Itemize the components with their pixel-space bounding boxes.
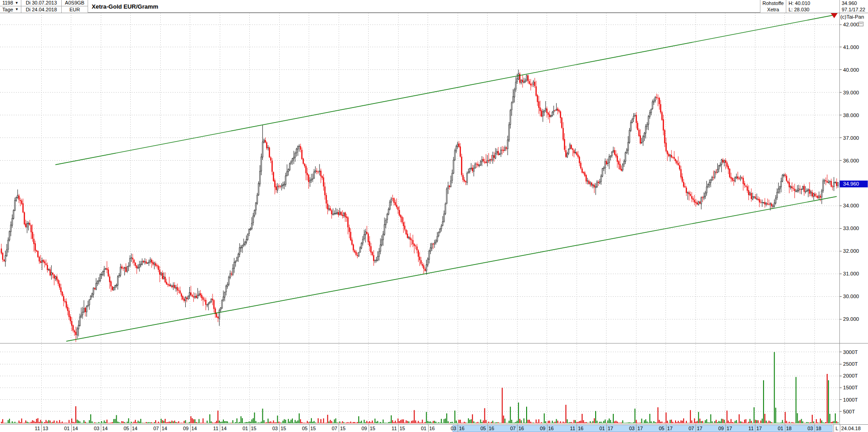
date-axis-label-month: 05 <box>659 426 666 431</box>
date-axis-label-year: 15 <box>369 426 375 431</box>
date-axis-label-year: 16 <box>428 426 435 431</box>
date-axis-strip: 1113011403140514071409141114011503150515… <box>0 424 868 432</box>
date-axis-label-month: 11 <box>213 426 220 431</box>
price-axis-label: 29.000 <box>843 316 859 322</box>
pane-borders <box>0 13 868 432</box>
date-axis-label-month: 01 <box>242 426 249 431</box>
volume-axis-label: 2000T <box>843 373 858 378</box>
price-axis-label: 38.000 <box>843 113 859 118</box>
volume-axis-label: 1500T <box>843 385 858 390</box>
date-axis-label-month: 09 <box>718 426 725 431</box>
date-axis-label-year: 14 <box>160 426 167 431</box>
date-axis-label-year: 17 <box>695 426 702 431</box>
date-axis-label-year: 14 <box>71 426 78 431</box>
date-axis-label-month: 11 <box>749 426 755 431</box>
volume-axis-label: 1000T <box>843 397 858 403</box>
date-axis-label-month: 09 <box>361 426 368 431</box>
date-axis-label-month: 05 <box>123 426 130 431</box>
date-axis-label-month: 01 <box>64 426 71 431</box>
date-axis-label-year: 16 <box>488 426 494 431</box>
date-axis-label-month: 03 <box>808 426 814 431</box>
date-axis-label-year: 15 <box>250 426 256 431</box>
trend-channel <box>55 13 838 341</box>
date-axis-label-year: 17 <box>755 426 762 431</box>
price-axis-label: 34.000 <box>843 203 859 208</box>
date-axis-label-year: 15 <box>279 426 286 431</box>
date-axis-label-month: 01 <box>421 426 428 431</box>
price-axis-label: 36.000 <box>843 158 859 163</box>
axis-end-date: 24.04.18 <box>841 426 861 431</box>
date-axis-label-year: 17 <box>636 426 643 431</box>
date-axis-label-month: 05 <box>302 426 309 431</box>
collapse-pane-icon[interactable] <box>859 22 863 26</box>
date-axis-label-year: 13 <box>41 426 48 431</box>
date-axis-label-year: 17 <box>725 426 732 431</box>
price-axis-labels: 42.00041.00040.00039.00038.00037.00036.0… <box>839 14 864 414</box>
date-axis-label-year: 16 <box>547 426 554 431</box>
date-axis-label-month: 11 <box>392 426 398 431</box>
date-axis-label-month: 01 <box>599 426 606 431</box>
date-axis-label-month: 01 <box>778 426 784 431</box>
price-axis-label: 37.000 <box>843 135 859 141</box>
date-axis-label-year: 16 <box>517 426 524 431</box>
date-axis-label-month: 03 <box>451 426 458 431</box>
date-axis-label-year: 14 <box>131 426 138 431</box>
price-volume-chart[interactable]: 42.00041.00040.00039.00038.00037.00036.0… <box>0 0 868 432</box>
volume-axis-label: 3000T <box>843 349 858 355</box>
date-axis-label-year: 17 <box>666 426 673 431</box>
date-axis-label-year: 17 <box>607 426 613 431</box>
date-axis-label-year: 16 <box>458 426 464 431</box>
price-axis-label: 31.000 <box>843 271 859 276</box>
last-price-badge: 34.960 <box>839 181 868 187</box>
date-axis-label-year: 16 <box>577 426 583 431</box>
date-axis-label-month: 07 <box>332 426 339 431</box>
price-axis-label: 30.000 <box>843 294 859 299</box>
price-axis-label: 40.000 <box>843 67 859 73</box>
price-axis-label: 32.000 <box>843 248 859 254</box>
date-axis-label-month: 11 <box>35 426 41 431</box>
date-axis-label-month: 11 <box>570 426 577 431</box>
date-axis-label-year: 15 <box>398 426 405 431</box>
price-axis-label: 41.000 <box>843 44 859 50</box>
date-axis-label-month: 07 <box>153 426 160 431</box>
volume-axis-label: 2500T <box>843 361 858 367</box>
gridlines <box>0 13 839 424</box>
date-axis-label-month: 09 <box>540 426 547 431</box>
date-axis-label-year: 15 <box>309 426 316 431</box>
last-bar-marker: L <box>833 425 840 432</box>
date-axis-label-month: 05 <box>480 426 487 431</box>
date-axis-label-month: 09 <box>183 426 190 431</box>
date-axis-label-month: 03 <box>272 426 279 431</box>
taipan-watermark: (c)Tai-Pan <box>840 14 864 20</box>
date-axis-label-month: 07 <box>689 426 695 431</box>
price-axis-label: 33.000 <box>843 226 859 231</box>
date-axis-label-year: 15 <box>339 426 345 431</box>
date-axis-label-month: 07 <box>510 426 517 431</box>
date-axis-label-year: 14 <box>220 426 227 431</box>
date-axis-label-year: 14 <box>190 426 197 431</box>
last-price-badge-value: 34.960 <box>843 181 859 187</box>
volume-axis-label: 500T <box>843 409 855 414</box>
date-axis-label-year: 18 <box>785 426 792 431</box>
date-axis-label-month: 03 <box>94 426 101 431</box>
taipan-chart-window: 1198 ▼ Di 30.07.2013 A0S9GB Tage ▼ Di 24… <box>0 0 868 432</box>
date-axis-label-month: 03 <box>629 426 636 431</box>
date-axis-label-year: 14 <box>101 426 108 431</box>
price-axis-label: 42.000 <box>843 22 859 27</box>
price-axis-label: 39.000 <box>843 90 859 95</box>
date-axis-label-year: 18 <box>814 426 821 431</box>
